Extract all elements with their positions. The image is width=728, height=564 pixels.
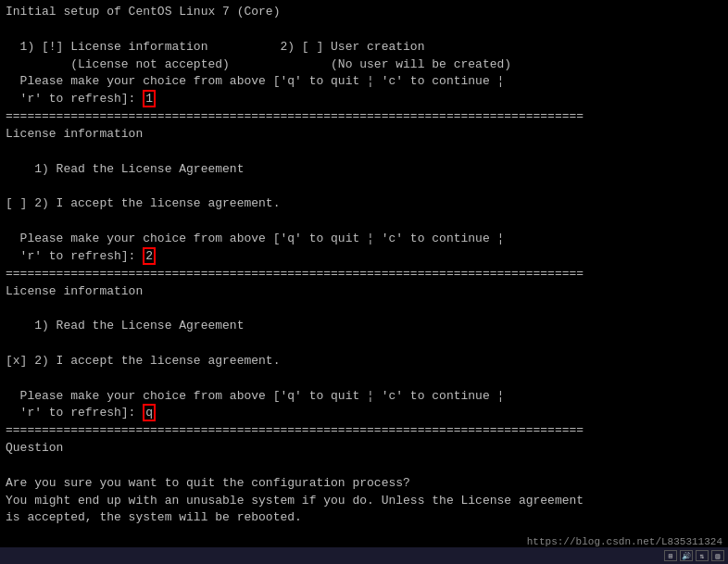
- blank7: [6, 370, 722, 388]
- prompt-line1b: 'r' to refresh]: 1: [6, 91, 722, 108]
- taskbar: ⊞ 🔊 ⇅ ▤: [0, 547, 728, 564]
- blank2: [6, 144, 722, 161]
- prompt-line2b: 'r' to refresh]: 2: [6, 248, 722, 266]
- question-line1: Are you sure you want to quit the config…: [6, 475, 722, 493]
- question-line3: is accepted, the system will be rebooted…: [6, 509, 722, 527]
- divider2: ========================================…: [6, 266, 722, 283]
- taskbar-icons: ⊞ 🔊 ⇅ ▤: [664, 550, 724, 561]
- prompt-line3b: 'r' to refresh]: q: [6, 405, 722, 422]
- blank4: [6, 213, 722, 231]
- prompt-line2a: Please make your choice from above ['q' …: [6, 231, 722, 248]
- blank3: [6, 178, 722, 195]
- taskbar-icon-4: ▤: [711, 550, 724, 561]
- read-license2: 1) Read the License Agreement: [6, 318, 722, 335]
- license-header2: License information: [6, 283, 722, 301]
- title-line: Initial setup of CentOS Linux 7 (Core): [6, 4, 722, 21]
- question-line2: You might end up with an unusable system…: [6, 493, 722, 510]
- accept-line1: [ ] 2) I accept the license agreement.: [6, 195, 722, 213]
- prompt-line1a: Please make your choice from above ['q' …: [6, 73, 722, 91]
- accept-line2: [x] 2) I accept the license agreement.: [6, 353, 722, 370]
- input-1[interactable]: 1: [143, 90, 156, 107]
- prompt-line3a: Please make your choice from above ['q' …: [6, 388, 722, 406]
- divider1: ========================================…: [6, 108, 722, 126]
- watermark: https://blog.csdn.net/L835311324: [527, 536, 722, 547]
- blank1: [6, 21, 722, 39]
- blank6: [6, 335, 722, 353]
- divider3: ========================================…: [6, 422, 722, 440]
- taskbar-icon-1: ⊞: [664, 550, 677, 561]
- terminal-window: Initial setup of CentOS Linux 7 (Core) 1…: [0, 0, 728, 564]
- read-license1: 1) Read the License Agreement: [6, 161, 722, 179]
- blank8: [6, 457, 722, 475]
- license-header1: License information: [6, 126, 722, 144]
- input-3[interactable]: q: [143, 404, 156, 421]
- menu-line2: (License not accepted) (No user will be …: [6, 56, 722, 74]
- question-header: Question: [6, 440, 722, 457]
- input-2[interactable]: 2: [143, 247, 156, 265]
- blank5: [6, 300, 722, 318]
- taskbar-icon-3: ⇅: [696, 550, 709, 561]
- menu-line1: 1) [!] License information 2) [ ] User c…: [6, 39, 722, 56]
- taskbar-icon-2: 🔊: [680, 550, 693, 561]
